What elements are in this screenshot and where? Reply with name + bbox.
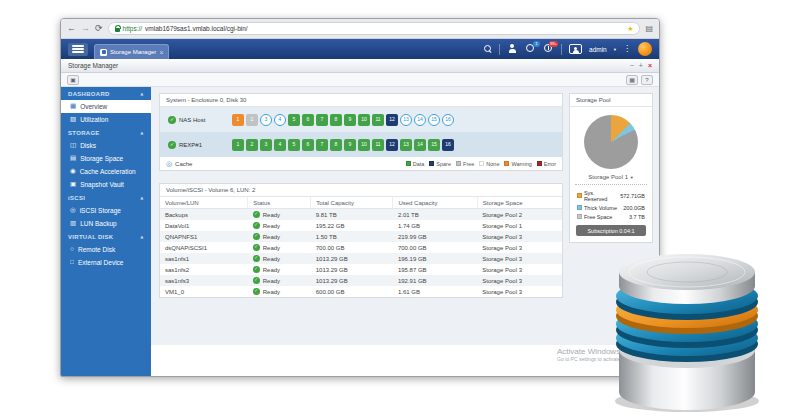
disk-slot[interactable]: 16 [442, 139, 454, 151]
back-icon[interactable]: ← [67, 24, 76, 33]
volume-row[interactable]: sas1nfs3✓Ready1013.29 GB192.91 GBStorage… [160, 275, 562, 286]
sidebar-item-iscsi-storage[interactable]: ◎iSCSI Storage [61, 204, 151, 217]
volume-row[interactable]: Backups✓Ready9.81 TB2.01 TBStorage Pool … [160, 209, 562, 221]
qnap-assistant-icon[interactable] [638, 42, 652, 56]
sidebar-section-header[interactable]: iSCSI∧ [61, 191, 151, 204]
tab-label: Storage Manager [110, 49, 156, 55]
column-header[interactable]: Total Capacity [311, 197, 393, 209]
disk-slot[interactable]: 5 [288, 114, 300, 126]
storage-pool-selector-label: Storage Pool 1 [588, 174, 628, 180]
column-header[interactable]: Volume/LUN [160, 197, 248, 209]
disk-slot[interactable]: 4 [274, 114, 286, 126]
disk-slot[interactable]: 1 [232, 139, 244, 151]
disk-slot[interactable]: 3 [260, 114, 272, 126]
main-menu-icon[interactable] [68, 43, 88, 56]
background-tasks-icon[interactable] [507, 44, 518, 54]
sidebar-item-cache-acceleration[interactable]: ◉Cache Acceleration [61, 165, 151, 178]
volume-name-cell: sas1nfs2 [160, 264, 248, 275]
sidebar-item-disks[interactable]: ◫Disks [61, 139, 151, 152]
more-options-icon[interactable]: ⋮ [623, 45, 631, 53]
volume-row[interactable]: dsQNAPiSCSI1✓Ready700.00 GB700.00 GBStor… [160, 242, 562, 253]
disk-slot[interactable]: 15 [428, 114, 440, 126]
sidebar-item-snapshot-vault[interactable]: ▣Snapshot Vault [61, 178, 151, 191]
disk-slot[interactable]: 5 [288, 139, 300, 151]
disk-slot[interactable]: 12 [386, 139, 398, 151]
sidebar-section-header[interactable]: DASHBOARD∧ [61, 87, 151, 100]
minimize-icon[interactable]: − [630, 62, 634, 69]
disk-slot[interactable]: 15 [428, 139, 440, 151]
disk-slot[interactable]: 11 [372, 139, 384, 151]
disk-slot[interactable]: 10 [358, 114, 370, 126]
disk-slot[interactable]: 13 [400, 114, 412, 126]
disk-slot[interactable]: 6 [302, 139, 314, 151]
disk-slot[interactable]: 6 [302, 114, 314, 126]
forward-icon[interactable]: → [81, 24, 90, 33]
storage-pool-selector[interactable]: Storage Pool 1 ▼ [575, 174, 647, 185]
disk-slot[interactable]: 1 [232, 114, 244, 126]
user-profile-icon[interactable] [569, 44, 582, 54]
dashboard-toggle-button[interactable]: ▣ [67, 75, 79, 85]
address-bar[interactable]: https:// vmlab1679sas1.vmlab.local/cgi-b… [108, 22, 641, 35]
legend-item: None [479, 161, 499, 167]
used-capacity-cell: 219.99 GB [393, 231, 477, 242]
sidebar-item-remote-disk[interactable]: ○Remote Disk [61, 243, 151, 256]
ready-icon: ✓ [253, 233, 260, 240]
storage-space-cell: Storage Pool 3 [477, 286, 562, 297]
volume-row[interactable]: DataVol1✓Ready195.22 GB1.74 GBStorage Po… [160, 220, 562, 231]
sidebar-item-storage-space[interactable]: ▤Storage Space [61, 152, 151, 165]
column-header[interactable]: Used Capacity [393, 197, 477, 209]
admin-menu[interactable]: admin [589, 46, 607, 53]
disk-slot[interactable]: 2 [246, 114, 258, 126]
status-label: Ready [263, 212, 280, 218]
column-header[interactable]: Status [248, 197, 311, 209]
storage-pool-title: Storage Pool [570, 94, 652, 107]
qnap-top-bar: Storage Manager × 1 99+ [61, 39, 659, 59]
disk-slot[interactable]: 4 [274, 139, 286, 151]
search-icon[interactable] [484, 45, 492, 53]
disk-slot[interactable]: 9 [344, 114, 356, 126]
volume-row[interactable]: sas1nfs2✓Ready1013.29 GB195.87 GBStorage… [160, 264, 562, 275]
sidebar-item-utilization[interactable]: ▨Utilization [61, 113, 151, 126]
sidebar-item-overview[interactable]: ▦Overview [61, 100, 151, 113]
cache-indicator[interactable]: ◎ Cache [166, 160, 192, 167]
tab-storage-manager[interactable]: Storage Manager × [94, 44, 169, 59]
disk-slot[interactable]: 7 [316, 139, 328, 151]
disk-slot[interactable]: 11 [372, 114, 384, 126]
disk-slot[interactable]: 12 [386, 114, 398, 126]
disk-slot[interactable]: 8 [330, 114, 342, 126]
disk-slot[interactable]: 16 [442, 114, 454, 126]
disk-slot[interactable]: 8 [330, 139, 342, 151]
disk-slot[interactable]: 14 [414, 139, 426, 151]
disk-slot[interactable]: 13 [400, 139, 412, 151]
disk-slot[interactable]: 7 [316, 114, 328, 126]
notifications-icon[interactable]: 99+ [543, 44, 554, 54]
storage-pool-panel: Storage Pool Storage Pool 1 ▼ Sys. Reser… [569, 93, 653, 243]
total-capacity-cell: 1013.29 GB [311, 253, 393, 264]
sidebar-section-header[interactable]: VIRTUAL DISK∧ [61, 230, 151, 243]
external-device-icon[interactable]: 1 [525, 44, 536, 54]
close-icon[interactable]: × [648, 62, 652, 69]
disk-slot[interactable]: 14 [414, 114, 426, 126]
bookmark-star-icon[interactable]: ★ [627, 25, 633, 33]
help-button[interactable]: ? [641, 75, 653, 85]
disk-slot[interactable]: 10 [358, 139, 370, 151]
disk-slot[interactable]: 2 [246, 139, 258, 151]
sidebar-item-external-device[interactable]: □External Device [61, 256, 151, 269]
tab-close-icon[interactable]: × [159, 49, 163, 56]
pool-legend-row: Free Space3.7 TB [572, 212, 650, 221]
volume-row[interactable]: QNAPNFS1✓Ready1.50 TB219.99 GBStorage Po… [160, 231, 562, 242]
disk-slot[interactable]: 9 [344, 139, 356, 151]
sidebar-item-lun-backup[interactable]: ▥LUN Backup [61, 217, 151, 230]
sidebar-section-header[interactable]: STORAGE∧ [61, 126, 151, 139]
volume-row[interactable]: VM1_0✓Ready600.00 GB1.61 GBStorage Pool … [160, 286, 562, 297]
volume-row[interactable]: sas1nfs1✓Ready1013.29 GB196.19 GBStorage… [160, 253, 562, 264]
browser-menu-icon[interactable]: ▤ [645, 24, 653, 33]
reload-icon[interactable]: ⟳ [95, 24, 103, 33]
desktop-button[interactable]: ▦ [626, 75, 638, 85]
disk-slot[interactable]: 3 [260, 139, 272, 151]
system-enclosure-panel: System - Enclosure 0, Disk 30 ✓NAS Host1… [159, 93, 563, 171]
divider [561, 44, 562, 55]
enclosure-status: ✓NAS Host [168, 116, 232, 124]
maximize-icon[interactable]: + [639, 62, 643, 69]
column-header[interactable]: Storage Space [477, 197, 562, 209]
